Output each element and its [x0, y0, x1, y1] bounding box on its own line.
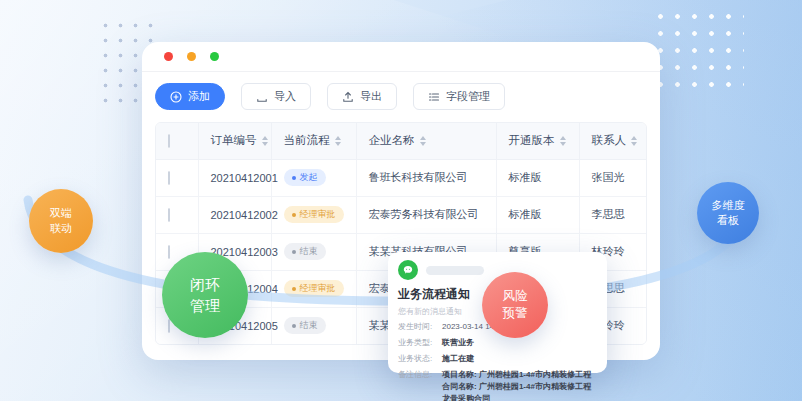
traffic-light-red-icon	[164, 52, 173, 61]
version-cell: 标准版	[496, 159, 579, 196]
list-settings-icon	[428, 91, 440, 103]
company-cell: 宏泰劳务科技有限公司	[356, 196, 496, 233]
contact-cell: 张国光	[579, 159, 647, 196]
download-icon	[256, 91, 268, 103]
export-button-label: 导出	[360, 89, 382, 104]
column-header-order-no[interactable]: 订单编号	[198, 123, 271, 159]
row-checkbox[interactable]	[168, 171, 170, 185]
contact-cell: 李思思	[579, 196, 647, 233]
sort-icon[interactable]	[262, 136, 268, 146]
field-management-button-label: 字段管理	[446, 89, 490, 104]
feature-bubble-multidim-board: 多维度 看板	[697, 182, 759, 244]
field-value: 项目名称: 广州碧桂园1-4#市内精装修工程 合同名称: 广州碧桂园1-4#市内…	[442, 369, 597, 401]
status-badge: 发起	[284, 169, 326, 186]
traffic-light-green-icon	[210, 52, 219, 61]
field-value: 联营业务	[442, 337, 597, 349]
column-header-version[interactable]: 开通版本	[496, 123, 579, 159]
field-label: 业务状态:	[398, 353, 442, 365]
field-label: 发生时间:	[398, 321, 442, 333]
field-label: 业务类型:	[398, 337, 442, 349]
select-all-checkbox[interactable]	[168, 134, 170, 148]
version-cell: 标准版	[496, 196, 579, 233]
status-badge: 经理审批	[284, 206, 344, 223]
field-label: 备注信息:	[398, 369, 442, 401]
dot-grid-decoration-right	[652, 8, 744, 94]
sort-icon[interactable]	[631, 136, 637, 146]
field-management-button[interactable]: 字段管理	[413, 83, 505, 110]
column-header-current-flow[interactable]: 当前流程	[271, 123, 356, 159]
column-header-company[interactable]: 企业名称	[356, 123, 496, 159]
toolbar: 添加 导入 导出 字段管理	[142, 72, 660, 110]
table-row[interactable]: 20210412001 发起 鲁班长科技有限公司 标准版 张国光	[156, 159, 647, 196]
marketing-background: 添加 导入 导出 字段管理	[0, 0, 802, 401]
sender-placeholder-bar	[426, 266, 484, 275]
import-button-label: 导入	[274, 89, 296, 104]
row-checkbox[interactable]	[168, 245, 170, 259]
table-header-row: 订单编号 当前流程 企业名称 开通版本	[156, 123, 647, 159]
order-no-cell: 20210412001	[198, 159, 271, 196]
status-badge: 结束	[284, 317, 326, 334]
feature-bubble-dual-linkage: 双端 联动	[29, 189, 93, 253]
table-row[interactable]: 20210412002 经理审批 宏泰劳务科技有限公司 标准版 李思思	[156, 196, 647, 233]
add-button-label: 添加	[188, 89, 210, 104]
traffic-light-yellow-icon	[187, 52, 196, 61]
feature-bubble-risk-warning: 风险 预警	[482, 272, 548, 338]
status-badge: 结束	[284, 243, 326, 260]
company-cell: 鲁班长科技有限公司	[356, 159, 496, 196]
window-titlebar	[142, 42, 660, 72]
status-badge: 经理审批	[284, 280, 344, 297]
sort-icon[interactable]	[420, 136, 426, 146]
plus-circle-icon	[170, 91, 182, 103]
feature-bubble-closed-loop: 闭环 管理	[162, 252, 248, 338]
export-button[interactable]: 导出	[327, 83, 397, 110]
import-button[interactable]: 导入	[241, 83, 311, 110]
order-no-cell: 20210412002	[198, 196, 271, 233]
row-checkbox[interactable]	[168, 208, 170, 222]
sort-icon[interactable]	[560, 136, 566, 146]
add-button[interactable]: 添加	[155, 83, 225, 110]
upload-icon	[342, 91, 354, 103]
field-value: 施工在建	[442, 353, 597, 365]
column-header-contact[interactable]: 联系人	[579, 123, 647, 159]
chat-message-icon	[398, 260, 418, 280]
sort-icon[interactable]	[335, 136, 341, 146]
